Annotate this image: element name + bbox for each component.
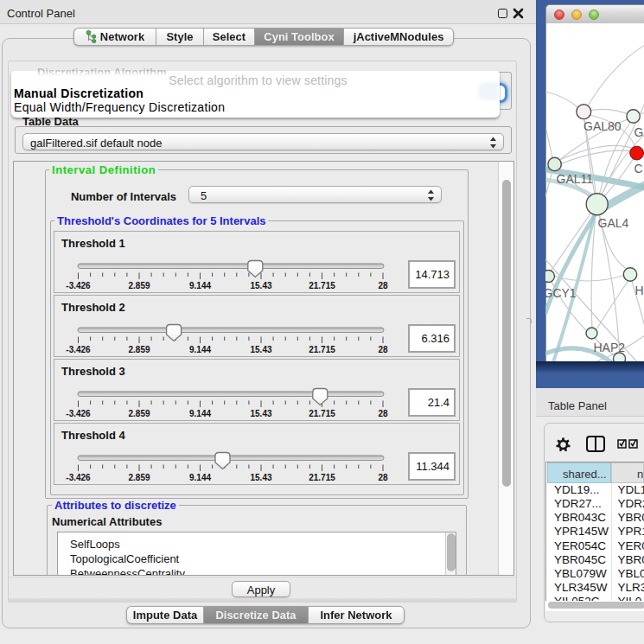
- svg-text:C: C: [634, 162, 643, 175]
- svg-text:28: 28: [378, 473, 388, 482]
- svg-text:GAL11: GAL11: [557, 172, 594, 186]
- svg-text:9.144: 9.144: [189, 473, 211, 482]
- svg-text:21.715: 21.715: [309, 473, 335, 482]
- svg-text:21.715: 21.715: [309, 281, 335, 290]
- svg-text:-3.426: -3.426: [66, 409, 91, 418]
- svg-text:GAL80: GAL80: [583, 119, 622, 133]
- svg-text:21.715: 21.715: [309, 409, 335, 418]
- svg-text:GAL4: GAL4: [598, 216, 629, 230]
- svg-text:2.859: 2.859: [128, 473, 150, 482]
- svg-text:15.43: 15.43: [250, 473, 271, 482]
- svg-text:-3.426: -3.426: [66, 281, 91, 290]
- svg-text:2.859: 2.859: [128, 409, 150, 418]
- svg-text:2.859: 2.859: [128, 345, 150, 354]
- svg-text:GCY1: GCY1: [545, 286, 577, 300]
- svg-text:H: H: [635, 284, 644, 297]
- svg-text:HAP2: HAP2: [594, 341, 626, 354]
- svg-text:2.859: 2.859: [128, 281, 150, 290]
- svg-text:15.43: 15.43: [250, 409, 271, 418]
- svg-text:9.144: 9.144: [189, 281, 211, 290]
- svg-text:15.43: 15.43: [250, 281, 271, 290]
- svg-text:GA: GA: [634, 125, 644, 139]
- svg-text:28: 28: [378, 409, 388, 418]
- svg-text:28: 28: [378, 281, 388, 290]
- svg-text:21.715: 21.715: [309, 345, 335, 354]
- svg-text:15.43: 15.43: [250, 345, 271, 354]
- svg-text:28: 28: [378, 345, 388, 354]
- svg-text:9.144: 9.144: [189, 345, 211, 354]
- svg-text:-3.426: -3.426: [66, 473, 91, 482]
- svg-text:-3.426: -3.426: [66, 345, 91, 354]
- svg-text:9.144: 9.144: [189, 409, 211, 418]
